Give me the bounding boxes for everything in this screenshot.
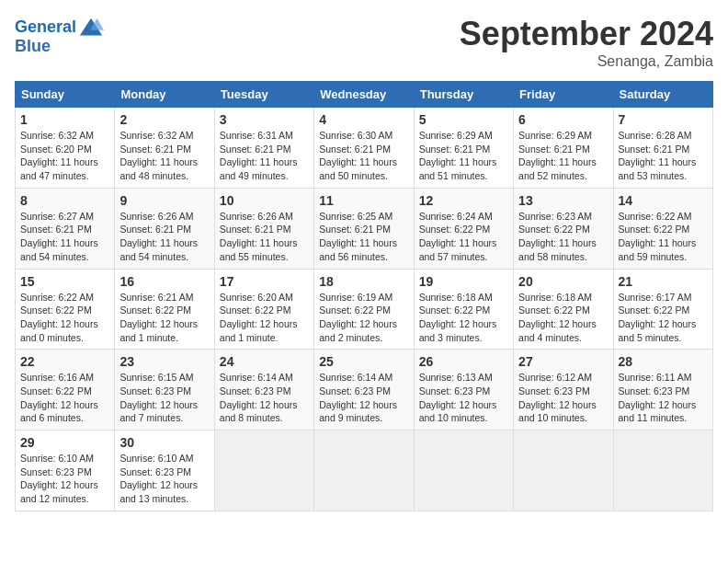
day-info: Sunrise: 6:18 AMSunset: 6:22 PMDaylight:…: [419, 291, 508, 345]
calendar-week-row: 22Sunrise: 6:16 AMSunset: 6:22 PMDayligh…: [16, 350, 713, 431]
calendar-cell: 15Sunrise: 6:22 AMSunset: 6:22 PMDayligh…: [16, 269, 115, 350]
day-number: 20: [518, 274, 608, 289]
day-info: Sunrise: 6:15 AMSunset: 6:23 PMDaylight:…: [119, 371, 209, 425]
calendar-cell: 29Sunrise: 6:10 AMSunset: 6:23 PMDayligh…: [16, 431, 115, 511]
day-number: 26: [419, 354, 508, 369]
day-number: 15: [20, 274, 109, 289]
calendar-cell: 13Sunrise: 6:23 AMSunset: 6:22 PMDayligh…: [514, 188, 613, 269]
page-header: General Blue September 2024 Senanga, Zam…: [15, 15, 713, 70]
day-number: 25: [319, 354, 408, 369]
calendar-header-row: SundayMondayTuesdayWednesdayThursdayFrid…: [16, 82, 713, 108]
day-number: 4: [319, 112, 408, 127]
title-block: September 2024 Senanga, Zambia: [460, 15, 713, 70]
day-info: Sunrise: 6:11 AMSunset: 6:23 PMDaylight:…: [619, 371, 708, 425]
day-info: Sunrise: 6:31 AMSunset: 6:21 PMDaylight:…: [220, 129, 309, 183]
day-number: 6: [518, 112, 608, 127]
calendar-cell: 21Sunrise: 6:17 AMSunset: 6:22 PMDayligh…: [613, 269, 712, 350]
day-number: 9: [119, 193, 209, 208]
calendar-week-row: 8Sunrise: 6:27 AMSunset: 6:21 PMDaylight…: [16, 188, 713, 269]
day-number: 18: [319, 274, 408, 289]
calendar-cell: 8Sunrise: 6:27 AMSunset: 6:21 PMDaylight…: [16, 188, 115, 269]
calendar-cell: 22Sunrise: 6:16 AMSunset: 6:22 PMDayligh…: [16, 350, 115, 431]
calendar-cell: 28Sunrise: 6:11 AMSunset: 6:23 PMDayligh…: [613, 350, 712, 431]
day-info: Sunrise: 6:20 AMSunset: 6:22 PMDaylight:…: [220, 291, 309, 345]
calendar-week-row: 15Sunrise: 6:22 AMSunset: 6:22 PMDayligh…: [16, 269, 713, 350]
day-info: Sunrise: 6:29 AMSunset: 6:21 PMDaylight:…: [419, 129, 508, 183]
calendar-week-row: 29Sunrise: 6:10 AMSunset: 6:23 PMDayligh…: [16, 431, 713, 511]
weekday-header-monday: Monday: [115, 82, 214, 108]
day-info: Sunrise: 6:22 AMSunset: 6:22 PMDaylight:…: [619, 210, 708, 264]
day-info: Sunrise: 6:32 AMSunset: 6:20 PMDaylight:…: [20, 129, 109, 183]
day-info: Sunrise: 6:16 AMSunset: 6:22 PMDaylight:…: [20, 371, 109, 425]
calendar-cell: 7Sunrise: 6:28 AMSunset: 6:21 PMDaylight…: [613, 108, 712, 189]
day-number: 24: [220, 354, 309, 369]
day-info: Sunrise: 6:18 AMSunset: 6:22 PMDaylight:…: [518, 291, 608, 345]
day-number: 23: [119, 354, 209, 369]
day-info: Sunrise: 6:14 AMSunset: 6:23 PMDaylight:…: [319, 371, 408, 425]
day-info: Sunrise: 6:14 AMSunset: 6:23 PMDaylight:…: [220, 371, 309, 425]
day-number: 30: [119, 435, 209, 450]
day-number: 1: [20, 112, 109, 127]
calendar-cell: 5Sunrise: 6:29 AMSunset: 6:21 PMDaylight…: [414, 108, 513, 189]
day-number: 12: [419, 193, 508, 208]
day-number: 21: [619, 274, 708, 289]
day-info: Sunrise: 6:22 AMSunset: 6:22 PMDaylight:…: [20, 291, 109, 345]
calendar-cell: 17Sunrise: 6:20 AMSunset: 6:22 PMDayligh…: [214, 269, 313, 350]
weekday-header-friday: Friday: [514, 82, 613, 108]
day-number: 3: [220, 112, 309, 127]
calendar-cell: 10Sunrise: 6:26 AMSunset: 6:21 PMDayligh…: [214, 188, 313, 269]
day-info: Sunrise: 6:26 AMSunset: 6:21 PMDaylight:…: [220, 210, 309, 264]
day-number: 19: [419, 274, 508, 289]
calendar-cell: [214, 431, 313, 511]
calendar-cell: [613, 431, 712, 511]
calendar-cell: 6Sunrise: 6:29 AMSunset: 6:21 PMDaylight…: [514, 108, 613, 189]
calendar-cell: 9Sunrise: 6:26 AMSunset: 6:21 PMDaylight…: [115, 188, 214, 269]
calendar-cell: [514, 431, 613, 511]
day-info: Sunrise: 6:27 AMSunset: 6:21 PMDaylight:…: [20, 210, 109, 264]
logo: General Blue: [15, 15, 104, 56]
day-info: Sunrise: 6:17 AMSunset: 6:22 PMDaylight:…: [619, 291, 708, 345]
calendar-table: SundayMondayTuesdayWednesdayThursdayFrid…: [15, 81, 713, 511]
calendar-cell: 4Sunrise: 6:30 AMSunset: 6:21 PMDaylight…: [314, 108, 414, 189]
day-info: Sunrise: 6:21 AMSunset: 6:22 PMDaylight:…: [119, 291, 209, 345]
location-subtitle: Senanga, Zambia: [460, 53, 713, 70]
day-number: 29: [20, 435, 109, 450]
calendar-cell: [314, 431, 414, 511]
calendar-week-row: 1Sunrise: 6:32 AMSunset: 6:20 PMDaylight…: [16, 108, 713, 189]
day-number: 13: [518, 193, 608, 208]
calendar-cell: 25Sunrise: 6:14 AMSunset: 6:23 PMDayligh…: [314, 350, 414, 431]
day-number: 27: [518, 354, 608, 369]
day-number: 22: [20, 354, 109, 369]
calendar-cell: 2Sunrise: 6:32 AMSunset: 6:21 PMDaylight…: [115, 108, 214, 189]
day-number: 7: [619, 112, 708, 127]
calendar-cell: 11Sunrise: 6:25 AMSunset: 6:21 PMDayligh…: [314, 188, 414, 269]
calendar-cell: 1Sunrise: 6:32 AMSunset: 6:20 PMDaylight…: [16, 108, 115, 189]
calendar-cell: [414, 431, 513, 511]
day-number: 28: [619, 354, 708, 369]
day-info: Sunrise: 6:23 AMSunset: 6:22 PMDaylight:…: [518, 210, 608, 264]
day-number: 16: [119, 274, 209, 289]
day-number: 5: [419, 112, 508, 127]
calendar-cell: 30Sunrise: 6:10 AMSunset: 6:23 PMDayligh…: [115, 431, 214, 511]
day-number: 17: [220, 274, 309, 289]
day-info: Sunrise: 6:28 AMSunset: 6:21 PMDaylight:…: [619, 129, 708, 183]
day-info: Sunrise: 6:10 AMSunset: 6:23 PMDaylight:…: [20, 452, 109, 506]
day-number: 14: [619, 193, 708, 208]
calendar-cell: 23Sunrise: 6:15 AMSunset: 6:23 PMDayligh…: [115, 350, 214, 431]
day-number: 10: [220, 193, 309, 208]
weekday-header-saturday: Saturday: [613, 82, 712, 108]
day-info: Sunrise: 6:19 AMSunset: 6:22 PMDaylight:…: [319, 291, 408, 345]
day-info: Sunrise: 6:24 AMSunset: 6:22 PMDaylight:…: [419, 210, 508, 264]
day-info: Sunrise: 6:29 AMSunset: 6:21 PMDaylight:…: [518, 129, 608, 183]
day-info: Sunrise: 6:10 AMSunset: 6:23 PMDaylight:…: [119, 452, 209, 506]
day-info: Sunrise: 6:12 AMSunset: 6:23 PMDaylight:…: [518, 371, 608, 425]
calendar-cell: 24Sunrise: 6:14 AMSunset: 6:23 PMDayligh…: [214, 350, 313, 431]
logo-icon: [78, 15, 104, 40]
calendar-cell: 19Sunrise: 6:18 AMSunset: 6:22 PMDayligh…: [414, 269, 513, 350]
day-info: Sunrise: 6:30 AMSunset: 6:21 PMDaylight:…: [319, 129, 408, 183]
day-number: 11: [319, 193, 408, 208]
weekday-header-sunday: Sunday: [16, 82, 115, 108]
calendar-cell: 26Sunrise: 6:13 AMSunset: 6:23 PMDayligh…: [414, 350, 513, 431]
calendar-cell: 14Sunrise: 6:22 AMSunset: 6:22 PMDayligh…: [613, 188, 712, 269]
day-info: Sunrise: 6:26 AMSunset: 6:21 PMDaylight:…: [119, 210, 209, 264]
